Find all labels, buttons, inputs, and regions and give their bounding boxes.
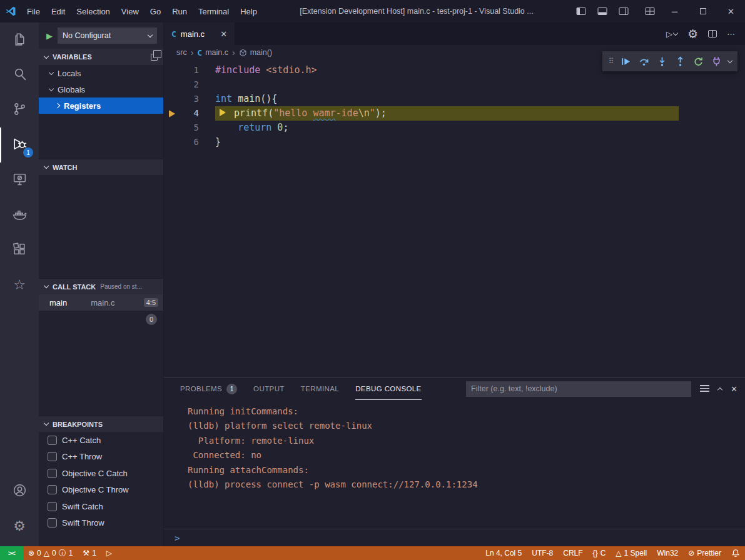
breakpoint-objc-throw[interactable]: Objective C Throw <box>39 482 163 499</box>
breakpoint-gutter[interactable] <box>164 78 180 92</box>
menu-selection[interactable]: Selection <box>71 0 115 22</box>
sidebar-item-favorites[interactable]: ☆ <box>0 268 39 302</box>
eol-indicator[interactable]: CRLF <box>558 546 587 560</box>
sidebar-item-extensions[interactable] <box>0 232 39 268</box>
toggle-secondary-sidebar-icon[interactable] <box>613 0 634 22</box>
breakpoint-gutter[interactable] <box>164 135 180 149</box>
checkbox[interactable] <box>48 469 57 478</box>
restart-button[interactable] <box>689 52 707 70</box>
cursor-position[interactable]: Ln 4, Col 5 <box>480 546 527 560</box>
code-line-6[interactable]: 6} <box>164 135 745 149</box>
code-lines: 1#include <stdio.h>23int main(){4printf(… <box>164 63 745 149</box>
breakpoint-cpp-catch[interactable]: C++ Catch <box>39 432 163 449</box>
sidebar-item-explorer[interactable] <box>0 22 39 58</box>
breakpoint-gutter[interactable] <box>164 63 180 78</box>
disconnect-button[interactable] <box>707 52 726 70</box>
tab-problems[interactable]: PROBLEMS 1 <box>180 378 237 400</box>
console-filter-input[interactable] <box>466 381 691 397</box>
debug-configuration-dropdown[interactable]: No Configurat <box>58 28 157 44</box>
breakpoint-objc-catch[interactable]: Objective C Catch <box>39 465 163 482</box>
tab-debug-console[interactable]: DEBUG CONSOLE <box>355 378 422 400</box>
variables-section-header[interactable]: VARIABLES <box>39 49 163 65</box>
step-into-button[interactable] <box>653 52 671 70</box>
run-or-debug-button[interactable]: ▷ <box>666 29 677 39</box>
sidebar-item-remote-explorer[interactable] <box>0 162 39 198</box>
scope-registers[interactable]: Registers <box>39 98 163 114</box>
current-line-gutter-arrow-icon[interactable] <box>164 106 180 121</box>
step-out-button[interactable] <box>671 52 689 70</box>
tools-status[interactable]: ⚒1 <box>78 546 101 560</box>
split-editor-icon[interactable] <box>708 30 717 38</box>
variables-section-title: VARIABLES <box>53 53 92 61</box>
breakpoint-swift-throw[interactable]: Swift Throw <box>39 515 163 532</box>
close-panel-icon[interactable]: ✕ <box>731 384 737 394</box>
code-line-5[interactable]: 5 return 0; <box>164 121 745 135</box>
continue-button[interactable] <box>617 52 635 70</box>
console-lines-icon[interactable] <box>700 385 709 392</box>
checkbox[interactable] <box>48 452 57 461</box>
account-button[interactable] <box>0 474 39 509</box>
close-button[interactable]: ✕ <box>717 0 745 22</box>
maximize-button[interactable] <box>689 0 717 22</box>
sidebar-item-source-control[interactable] <box>0 92 39 128</box>
stack-frame-row[interactable]: main main.c 4:5 <box>39 294 163 311</box>
breadcrumb-file[interactable]: Cmain.c <box>197 48 228 58</box>
close-tab-icon[interactable]: ✕ <box>220 29 227 39</box>
sidebar-item-docker[interactable] <box>0 198 39 232</box>
debug-status[interactable]: ▷ <box>101 546 117 560</box>
maximize-panel-icon[interactable] <box>718 386 722 392</box>
tab-output[interactable]: OUTPUT <box>253 378 285 400</box>
toggle-panel-icon[interactable] <box>592 0 613 22</box>
notifications-bell-icon[interactable] <box>726 546 745 560</box>
code-line-4[interactable]: 4printf("hello wamr-ide\n"); <box>164 106 745 121</box>
sidebar-item-run-and-debug[interactable]: 1 <box>0 128 39 162</box>
step-over-button[interactable] <box>635 52 653 70</box>
language-mode[interactable]: {} C <box>588 546 611 560</box>
breakpoint-swift-catch[interactable]: Swift Catch <box>39 498 163 515</box>
more-actions-icon[interactable]: ⋯ <box>727 29 735 39</box>
call-stack-section-header[interactable]: CALL STACK Paused on st... <box>39 278 163 294</box>
checkbox[interactable] <box>48 502 57 511</box>
breakpoint-cpp-throw[interactable]: C++ Throw <box>39 449 163 466</box>
tab-terminal[interactable]: TERMINAL <box>301 378 339 400</box>
manage-button[interactable]: ⚙ <box>0 509 39 544</box>
platform-indicator[interactable]: Win32 <box>652 546 683 560</box>
customize-layout-icon[interactable] <box>639 0 661 22</box>
menu-terminal[interactable]: Terminal <box>193 0 235 22</box>
code-line-3[interactable]: 3int main(){ <box>164 92 745 106</box>
breadcrumb-symbol[interactable]: main() <box>239 48 272 57</box>
configure-gear-icon[interactable]: ⚙ <box>687 28 698 40</box>
spell-checker-status[interactable]: △ 1 Spell <box>611 546 652 560</box>
breakpoints-section-header[interactable]: BREAKPOINTS <box>39 416 163 432</box>
tab-main-c[interactable]: C main.c ✕ <box>164 22 235 45</box>
menu-file[interactable]: File <box>21 0 46 22</box>
code-editor[interactable]: 1#include <stdio.h>23int main(){4printf(… <box>164 60 745 377</box>
copy-value-icon[interactable] <box>151 54 158 61</box>
checkbox[interactable] <box>48 518 57 528</box>
encoding-indicator[interactable]: UTF-8 <box>527 546 558 560</box>
watch-section-header[interactable]: WATCH <box>39 159 163 175</box>
problems-status[interactable]: ⊗0 △0 ⓘ1 <box>23 546 78 560</box>
menu-go[interactable]: Go <box>144 0 166 22</box>
checkbox[interactable] <box>48 485 57 494</box>
start-debugging-icon[interactable]: ▶ <box>46 31 53 41</box>
scope-locals[interactable]: Locals <box>39 65 163 81</box>
menu-view[interactable]: View <box>116 0 144 22</box>
menu-run[interactable]: Run <box>166 0 193 22</box>
code-line-2[interactable]: 2 <box>164 78 745 92</box>
checkbox[interactable] <box>48 436 57 445</box>
scope-globals[interactable]: Globals <box>39 81 163 98</box>
breakpoint-gutter[interactable] <box>164 92 180 106</box>
toggle-primary-sidebar-icon[interactable] <box>570 0 592 22</box>
remote-indicator[interactable]: >< <box>0 546 23 560</box>
sidebar-item-search[interactable] <box>0 58 39 92</box>
menu-help[interactable]: Help <box>235 0 263 22</box>
toolbar-drag-handle[interactable]: ⠿ <box>606 52 617 70</box>
breadcrumb-folder[interactable]: src <box>176 48 187 57</box>
debug-console-input[interactable]: > <box>164 529 745 546</box>
debug-session-dropdown[interactable] <box>726 52 734 70</box>
minimize-button[interactable]: ─ <box>661 0 689 22</box>
breakpoint-gutter[interactable] <box>164 121 180 135</box>
prettier-status[interactable]: ⊘ Prettier <box>683 546 726 560</box>
menu-edit[interactable]: Edit <box>46 0 71 22</box>
